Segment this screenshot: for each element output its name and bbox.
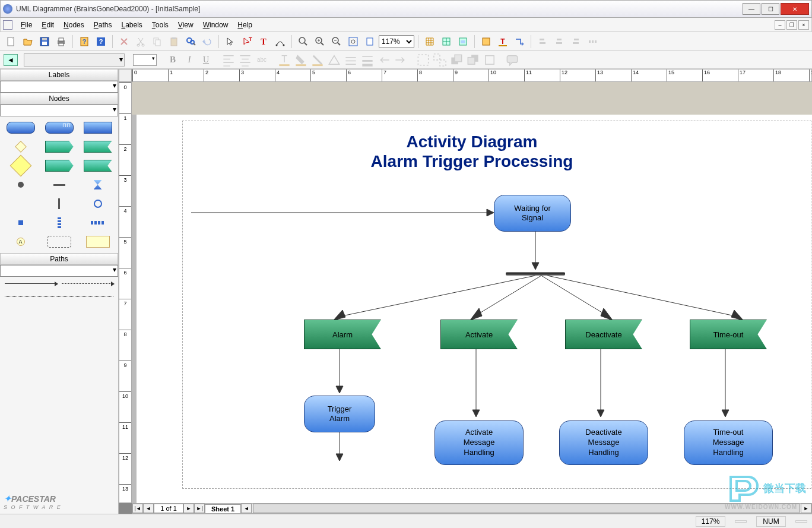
distribute-button[interactable]	[585, 34, 600, 49]
delete-button[interactable]	[116, 34, 132, 49]
node-shape[interactable]	[80, 139, 116, 154]
node-shape[interactable]	[2, 158, 39, 173]
open-button[interactable]	[20, 34, 36, 49]
align-center-button[interactable]	[551, 34, 567, 49]
ruler-horizontal[interactable]: 012345678910111213141516171819	[132, 69, 812, 82]
zoom-in-button[interactable]	[312, 34, 328, 49]
node-shape[interactable]	[2, 177, 39, 192]
diagram-title-1[interactable]: Activity Diagram	[132, 132, 812, 151]
font-combo[interactable]: ▾	[24, 53, 125, 67]
ungroup-button[interactable]	[432, 52, 448, 68]
paths-panel-header[interactable]: Paths	[0, 253, 118, 265]
paths-combo[interactable]: ▾	[0, 265, 118, 277]
back-button[interactable]	[465, 52, 481, 68]
mdi-minimize-button[interactable]: –	[775, 20, 785, 30]
line-weight-button[interactable]	[360, 52, 375, 68]
node-shape[interactable]	[2, 196, 39, 211]
scroll-left-button[interactable]: ◄	[241, 504, 252, 513]
zoom-out-button[interactable]	[329, 34, 344, 49]
zoom-fit-button[interactable]	[345, 34, 361, 49]
align-right-button[interactable]	[568, 34, 583, 49]
arrow-end-button[interactable]	[393, 52, 408, 68]
zoom-page-button[interactable]	[362, 34, 378, 49]
node-shape[interactable]	[41, 177, 77, 192]
new-button[interactable]	[4, 34, 19, 49]
minimize-button[interactable]: —	[743, 3, 760, 15]
bold-button[interactable]: B	[165, 52, 180, 68]
menu-tools[interactable]: Tools	[147, 20, 173, 30]
paste-button[interactable]	[166, 34, 182, 49]
align-text-center-button[interactable]	[237, 52, 253, 68]
node-shape[interactable]	[80, 215, 116, 230]
snap-button[interactable]	[439, 34, 454, 49]
abc-button[interactable]: abc	[254, 52, 269, 68]
node-shape[interactable]	[80, 234, 116, 249]
node-tool[interactable]: T	[239, 34, 255, 49]
node-shape[interactable]: ⊓⊓	[41, 120, 77, 135]
ruler-vertical[interactable]: 012345678910111213	[119, 82, 132, 503]
comment-button[interactable]	[505, 52, 520, 68]
labels-combo[interactable]: ▾	[0, 81, 118, 93]
sheet-last-button[interactable]: ►|	[194, 504, 205, 513]
connector-tool[interactable]	[272, 34, 288, 49]
grid-button[interactable]	[422, 34, 437, 49]
deactivate-signal[interactable]: Deactivate	[565, 320, 642, 349]
group-button[interactable]	[415, 52, 431, 68]
node-shape[interactable]	[41, 139, 77, 154]
line-style-button[interactable]	[343, 52, 359, 68]
layers-button[interactable]	[455, 34, 471, 49]
save-button[interactable]	[37, 34, 52, 49]
node-shape[interactable]	[2, 215, 39, 230]
node-shape[interactable]	[41, 215, 77, 230]
node-shape[interactable]	[41, 158, 77, 173]
menu-nodes[interactable]: Nodes	[59, 20, 89, 30]
mdi-restore-button[interactable]: ❐	[786, 20, 797, 30]
fill-color-combo[interactable]: ▾	[133, 54, 157, 66]
timeout-msg-node[interactable]: Time-out Message Handling	[684, 420, 773, 465]
node-shape[interactable]	[41, 234, 77, 249]
diagram-title-2[interactable]: Alarm Trigger Processing	[132, 152, 812, 171]
arrow-start-button[interactable]	[376, 52, 392, 68]
help-button[interactable]: ?	[77, 34, 92, 49]
flow-button[interactable]	[512, 34, 527, 49]
menu-window[interactable]: Window	[198, 20, 233, 30]
zoom-combo[interactable]: 117%	[379, 35, 414, 48]
node-shape[interactable]	[41, 196, 77, 211]
undo-button[interactable]	[199, 34, 215, 49]
node-shape[interactable]: A	[2, 234, 39, 249]
find-button[interactable]	[183, 34, 198, 49]
node-shape[interactable]	[2, 139, 39, 154]
close-button[interactable]: ✕	[781, 3, 809, 15]
lock-button[interactable]	[482, 52, 497, 68]
node-shape[interactable]	[80, 158, 116, 173]
node-shape[interactable]	[2, 120, 39, 135]
menu-file[interactable]: File	[16, 20, 37, 30]
menu-labels[interactable]: Labels	[116, 20, 147, 30]
style-button[interactable]	[478, 34, 494, 49]
hscroll[interactable]	[253, 504, 800, 513]
sheet-prev-button[interactable]: ◄	[143, 504, 154, 513]
italic-button[interactable]: I	[182, 52, 197, 68]
align-left-button[interactable]	[535, 34, 550, 49]
node-shape[interactable]	[80, 196, 116, 211]
timeout-signal[interactable]: Time-out	[690, 320, 767, 349]
path-solid[interactable]	[0, 277, 118, 290]
text-style-button[interactable]: T	[495, 34, 510, 49]
nav-prev-button[interactable]: ◄	[4, 54, 18, 66]
maximize-button[interactable]: ☐	[762, 3, 779, 15]
line-color-button[interactable]	[310, 52, 325, 68]
labels-panel-header[interactable]: Labels	[0, 69, 118, 81]
nodes-panel-header[interactable]: Nodes	[0, 93, 118, 105]
activate-msg-node[interactable]: Activate Message Handling	[434, 420, 524, 465]
trigger-node[interactable]: Trigger Alarm	[304, 396, 375, 432]
menu-edit[interactable]: Edit	[37, 20, 59, 30]
sheet-tab[interactable]: Sheet 1	[205, 504, 241, 513]
path-dotted[interactable]	[0, 290, 118, 303]
scroll-right-button[interactable]: ►	[801, 504, 811, 513]
front-button[interactable]	[449, 52, 464, 68]
node-shape[interactable]	[80, 177, 116, 192]
sheet-first-button[interactable]: |◄	[132, 504, 143, 513]
about-button[interactable]: ?	[93, 34, 109, 49]
menu-paths[interactable]: Paths	[89, 20, 117, 30]
node-shape[interactable]	[80, 120, 116, 135]
